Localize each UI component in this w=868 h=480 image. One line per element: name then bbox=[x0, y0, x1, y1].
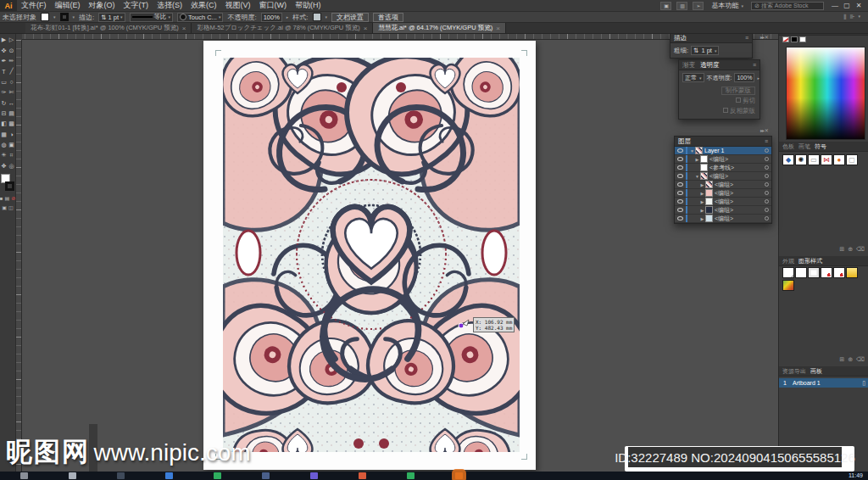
collapse-panel-icon[interactable]: ▸▸ ✕ bbox=[760, 34, 768, 40]
menu-item[interactable]: 窗口(W) bbox=[255, 0, 292, 11]
appearance-panel-tab[interactable]: 图形样式 bbox=[798, 257, 822, 265]
target-circle-icon[interactable] bbox=[765, 157, 769, 161]
tool-icon[interactable]: ◑ bbox=[8, 130, 15, 140]
opacity-input[interactable]: 100% bbox=[261, 13, 282, 22]
tab-close-icon[interactable]: × bbox=[364, 25, 368, 32]
taskbar-app-icon[interactable] bbox=[262, 472, 270, 479]
more-options-icon[interactable]: ▾ bbox=[858, 14, 860, 20]
arrange-documents-icon[interactable]: ▣ bbox=[660, 2, 671, 10]
gradient-panel-tab[interactable]: 渐变 bbox=[682, 61, 695, 70]
tool-icon[interactable]: ▦ bbox=[0, 130, 8, 140]
target-circle-icon[interactable] bbox=[765, 148, 769, 153]
make-mask-button[interactable]: 制作蒙版 bbox=[721, 87, 755, 95]
stroke-color-chip[interactable] bbox=[60, 13, 69, 21]
graphic-style-thumbnail[interactable] bbox=[808, 267, 820, 278]
tool-icon[interactable]: ↔ bbox=[8, 98, 15, 108]
visibility-eye-icon[interactable] bbox=[675, 191, 686, 195]
layer-thumbnail[interactable] bbox=[700, 155, 708, 163]
tool-icon[interactable]: ✳ bbox=[0, 150, 8, 160]
graphic-style-thumbnail[interactable] bbox=[833, 267, 845, 278]
visibility-eye-icon[interactable] bbox=[675, 208, 686, 212]
horizontal-ruler[interactable] bbox=[16, 34, 778, 40]
tool-icon[interactable]: ▭ bbox=[0, 77, 8, 87]
minimize-button[interactable]: — bbox=[829, 2, 841, 9]
document-setup-button[interactable]: 文档设置 bbox=[331, 13, 369, 22]
stroke-swatch[interactable] bbox=[5, 181, 14, 191]
artboards-panel-tab[interactable]: 资源导出 bbox=[782, 367, 806, 376]
document-tab[interactable]: 慧慧花.ai* @ 64.17% (CMYK/GPU 预览) × bbox=[373, 23, 505, 33]
expand-arrow-icon[interactable]: ▶ bbox=[699, 191, 705, 196]
tool-icon[interactable]: ✥ bbox=[0, 161, 8, 171]
gpu-performance-icon[interactable]: ▥ bbox=[676, 2, 687, 10]
opacity-slider-icon[interactable]: ▸ bbox=[287, 14, 289, 20]
panel-menu-icon[interactable]: ≡ bbox=[745, 35, 748, 41]
tool-icon[interactable]: ╱ bbox=[8, 66, 15, 76]
graphic-style-thumbnail[interactable] bbox=[782, 280, 794, 291]
visibility-eye-icon[interactable] bbox=[675, 199, 686, 204]
preferences-button[interactable]: 首选项 bbox=[373, 13, 403, 22]
width-profile-dropdown[interactable]: 等比 ▾ bbox=[130, 13, 174, 22]
tab-close-icon[interactable]: × bbox=[182, 25, 186, 32]
artboard[interactable]: X: 106.92 mm Y: 482.43 mm bbox=[203, 41, 536, 470]
stroke-panel-tab[interactable]: 描边 bbox=[674, 34, 687, 42]
align-icon[interactable]: ⫼ bbox=[843, 14, 846, 20]
draw-mode-icon[interactable]: ▣ bbox=[2, 204, 7, 211]
menu-item[interactable]: 帮助(H) bbox=[291, 0, 326, 11]
invert-mask-checkbox[interactable]: 反相蒙版 bbox=[723, 107, 755, 115]
tool-icon[interactable]: ▤ bbox=[8, 109, 15, 119]
panel-menu-icon[interactable]: ≡ bbox=[753, 62, 756, 68]
layer-thumbnail[interactable] bbox=[705, 215, 713, 222]
blend-mode-dropdown[interactable]: 正常 ▾ bbox=[682, 73, 704, 82]
fill-color-chip[interactable] bbox=[41, 13, 49, 21]
appearance-panel-tab[interactable]: 外观 bbox=[782, 257, 794, 265]
document-tab[interactable]: 花布-彩虹01-1 [转换].ai* @ 100% (CMYK/GPU 预览) … bbox=[25, 23, 192, 33]
visibility-eye-icon[interactable] bbox=[675, 148, 686, 153]
expand-arrow-icon[interactable]: ▶ bbox=[694, 157, 700, 162]
panel-options-icon[interactable]: ⊪ bbox=[849, 14, 854, 20]
target-circle-icon[interactable] bbox=[765, 199, 769, 204]
graphic-style-thumbnail[interactable] bbox=[821, 267, 832, 278]
layer-thumbnail[interactable] bbox=[705, 189, 713, 197]
tool-icon[interactable]: ▣ bbox=[8, 140, 15, 150]
menu-item[interactable]: 文件(F) bbox=[17, 0, 51, 11]
menu-item[interactable]: 对象(O) bbox=[85, 0, 120, 11]
menu-item[interactable]: 选择(S) bbox=[153, 0, 186, 11]
color-spectrum-picker[interactable] bbox=[786, 47, 865, 140]
layer-row[interactable]: ▼ Layer 1 bbox=[675, 147, 771, 155]
delete-icon[interactable]: ⌫ bbox=[856, 356, 865, 363]
close-button[interactable]: ✕ bbox=[853, 2, 865, 9]
none-swatch[interactable] bbox=[782, 36, 789, 42]
tool-icon[interactable]: T bbox=[0, 66, 8, 76]
stock-search-input[interactable]: ⊘ 搜索 Adobe Stock bbox=[751, 2, 824, 10]
library-icon[interactable]: ⊞ bbox=[839, 356, 844, 363]
tool-icon[interactable]: ✜ bbox=[0, 45, 8, 55]
white-swatch[interactable] bbox=[799, 36, 806, 42]
fill-dropdown-icon[interactable]: ▾ bbox=[53, 14, 56, 20]
visibility-eye-icon[interactable] bbox=[675, 216, 686, 220]
collapse-panel-icon[interactable]: ▸▸ ✕ bbox=[760, 127, 768, 133]
menu-item[interactable]: 效果(C) bbox=[186, 0, 221, 11]
expand-arrow-icon[interactable]: ▼ bbox=[694, 174, 700, 179]
taskbar-app-icon[interactable] bbox=[359, 472, 366, 479]
visibility-eye-icon[interactable] bbox=[675, 174, 686, 178]
target-circle-icon[interactable] bbox=[765, 165, 769, 170]
layer-row[interactable]: ▼ <编组> bbox=[675, 172, 771, 181]
taskbar-app-icon[interactable] bbox=[407, 472, 415, 479]
visibility-eye-icon[interactable] bbox=[675, 182, 686, 187]
style-dropdown-icon[interactable]: ▾ bbox=[326, 14, 328, 20]
symbol-thumbnail[interactable]: ▢ bbox=[846, 154, 858, 165]
opacity-popout-icon[interactable]: ▸ bbox=[757, 75, 760, 81]
screen-mode-icon[interactable]: ◫ bbox=[8, 204, 14, 211]
tool-icon[interactable]: ○ bbox=[8, 77, 15, 87]
symbol-thumbnail[interactable]: ✺ bbox=[795, 154, 807, 165]
graphic-style-thumbnail[interactable] bbox=[795, 267, 807, 278]
tool-icon[interactable]: ◎ bbox=[8, 161, 15, 171]
expand-arrow-icon[interactable]: ▼ bbox=[689, 148, 695, 153]
target-circle-icon[interactable] bbox=[765, 191, 769, 195]
library-icon[interactable]: ⊞ bbox=[839, 246, 844, 253]
layer-row[interactable]: ▶ <编组> bbox=[675, 215, 771, 223]
layer-thumbnail[interactable] bbox=[705, 181, 713, 188]
layer-row[interactable]: ▶ <编组> bbox=[675, 198, 771, 206]
layer-thumbnail[interactable] bbox=[700, 164, 708, 171]
taskbar-app-icon[interactable] bbox=[69, 472, 76, 479]
